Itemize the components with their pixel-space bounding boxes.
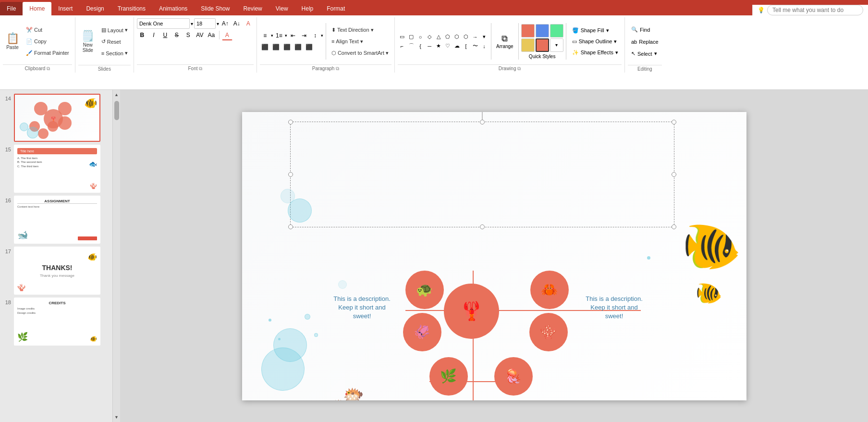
format-painter-button[interactable]: 🖌️ Format Painter <box>23 48 72 58</box>
reset-button[interactable]: ↺ Reset <box>98 37 131 47</box>
tab-home[interactable]: Home <box>23 2 51 15</box>
handle-bm[interactable] <box>480 224 485 229</box>
justify-button[interactable]: ⬛ <box>293 42 304 52</box>
node-jellyfish[interactable]: 🪼 <box>494 357 533 396</box>
tab-format[interactable]: Format <box>320 2 352 15</box>
layout-button[interactable]: ▤ Layout ▾ <box>98 25 131 36</box>
shape-heart[interactable]: ♡ <box>443 42 452 50</box>
slide-img-16[interactable]: ASSIGNMENT Content text here 🐋 <box>14 196 100 244</box>
node-coral[interactable]: 🪸 <box>529 313 568 351</box>
shape-star[interactable]: ★ <box>434 42 443 50</box>
handle-bl[interactable] <box>288 224 293 229</box>
slide-thumb-17[interactable]: 17 THANKS! Thank you message 🐠 🪸 <box>2 247 110 295</box>
select-button[interactable]: ↖ Select ▾ <box>628 49 662 59</box>
numbered-list-button[interactable]: 1≡ <box>274 30 284 41</box>
handle-tm[interactable] <box>480 120 485 124</box>
shape-octagon[interactable]: ⬡ <box>462 33 470 41</box>
slide-canvas[interactable]: 🐠 🐠 🐡 🐡 🐢 🦀 🦞 🦑 🪸 🌿 <box>242 112 746 400</box>
bullet-dropdown-icon[interactable]: ▾ <box>271 33 273 38</box>
qs-5[interactable] <box>536 38 549 52</box>
shape-rt[interactable]: ⌐ <box>398 42 406 50</box>
bullet-list-button[interactable]: ≡ <box>260 30 270 41</box>
font-name-dropdown-icon[interactable]: ▾ <box>191 21 193 26</box>
new-slide-button[interactable]: 🗒️ NewSlide <box>78 27 98 56</box>
tell-me-input[interactable] <box>767 5 863 15</box>
shape-down-arrow[interactable]: ↓ <box>480 42 489 50</box>
slide-panel-scrollbar[interactable]: ▲ ▼ <box>113 90 120 422</box>
clipboard-expand-icon[interactable]: ⧉ <box>47 66 50 71</box>
shape-rounded-rect[interactable]: ▢ <box>407 33 416 41</box>
qs-2[interactable] <box>536 24 549 37</box>
tab-file[interactable]: File <box>0 2 23 15</box>
node-seahorse[interactable]: 🦑 <box>403 313 441 351</box>
cut-button[interactable]: ✂️ Cut <box>23 25 72 35</box>
tab-slideshow[interactable]: Slide Show <box>194 2 236 15</box>
shape-effects-button[interactable]: ✨ Shape Effects ▾ <box>569 47 622 58</box>
qs-1[interactable] <box>521 24 535 37</box>
align-text-button[interactable]: ≡ Align Text ▾ <box>329 36 391 47</box>
shape-diamond[interactable]: ◇ <box>425 33 434 41</box>
drawing-expand-icon[interactable]: ⧉ <box>517 66 521 71</box>
para-expand-icon[interactable]: ⧉ <box>336 66 339 71</box>
shadow-button[interactable]: S <box>183 30 194 40</box>
tab-help[interactable]: Help <box>295 2 320 15</box>
shape-line[interactable]: ─ <box>425 42 434 50</box>
node-turtle[interactable]: 🐢 <box>405 271 444 309</box>
font-size-input[interactable] <box>194 18 216 29</box>
change-case-button[interactable]: Aa <box>206 30 217 40</box>
shape-hexagon[interactable]: ⬡ <box>452 33 461 41</box>
slide-img-18[interactable]: CREDITS Image credits Design credits 🌿 🐠 <box>14 298 100 346</box>
align-left-button[interactable]: ⬛ <box>260 42 270 52</box>
linespace-dropdown-icon[interactable]: ▾ <box>321 33 323 38</box>
tab-view[interactable]: View <box>269 2 295 15</box>
slide-thumb-15[interactable]: 15 Title here A. The first item B. The s… <box>2 145 110 193</box>
decrease-font-button[interactable]: A↓ <box>232 18 242 29</box>
handle-ml[interactable] <box>288 172 293 177</box>
tab-insert[interactable]: Insert <box>51 2 79 15</box>
tab-review[interactable]: Review <box>236 2 269 15</box>
section-button[interactable]: ≡ Section ▾ <box>98 48 131 59</box>
font-size-dropdown-icon[interactable]: ▾ <box>217 21 219 26</box>
char-spacing-button[interactable]: AV <box>195 30 205 40</box>
shape-circle[interactable]: ○ <box>416 33 425 41</box>
shape-bracket[interactable]: [ <box>462 42 470 50</box>
replace-button[interactable]: ab Replace <box>628 37 662 47</box>
slide-img-17[interactable]: THANKS! Thank you message 🐠 🪸 <box>14 247 100 295</box>
scroll-thumb[interactable] <box>114 101 119 120</box>
line-spacing-button[interactable]: ↕ <box>310 30 320 41</box>
shape-curve[interactable]: ⌒ <box>407 42 416 50</box>
qs-3[interactable] <box>550 24 563 37</box>
node-seaweed[interactable]: 🌿 <box>429 357 468 396</box>
shape-outline-button[interactable]: ▭ Shape Outline ▾ <box>569 36 622 47</box>
tab-animations[interactable]: Animations <box>152 2 194 15</box>
align-center-button[interactable]: ⬛ <box>271 42 281 52</box>
increase-font-button[interactable]: A↑ <box>220 18 231 29</box>
shape-triangle[interactable]: △ <box>434 33 443 41</box>
bold-button[interactable]: B <box>137 30 147 40</box>
paste-button[interactable]: 📋 Paste <box>3 27 22 56</box>
align-right-button[interactable]: ⬛ <box>282 42 293 52</box>
shape-fill-button[interactable]: 🪣 Shape Fill ▾ <box>569 25 622 36</box>
font-color-button[interactable]: A <box>222 30 232 40</box>
node-center[interactable]: 🦞 <box>444 284 499 339</box>
decrease-indent-button[interactable]: ⇤ <box>288 30 298 41</box>
handle-tl[interactable] <box>288 120 293 124</box>
increase-indent-button[interactable]: ⇥ <box>299 30 309 41</box>
columns-button[interactable]: ⬛ <box>304 42 315 52</box>
arrange-button[interactable]: ⧉ Arrange <box>494 31 516 51</box>
shape-more[interactable]: ▾ <box>480 33 489 41</box>
handle-mr[interactable] <box>672 172 676 177</box>
copy-button[interactable]: 📄 Copy <box>23 36 72 47</box>
node-crab[interactable]: 🦀 <box>530 271 569 309</box>
scroll-down-button[interactable]: ▼ <box>113 413 120 421</box>
tab-design[interactable]: Design <box>79 2 110 15</box>
numbered-dropdown-icon[interactable]: ▾ <box>285 33 287 38</box>
shape-arrow[interactable]: → <box>471 33 479 41</box>
qs-4[interactable] <box>521 38 535 52</box>
strikethrough-button[interactable]: S <box>171 30 182 40</box>
underline-button[interactable]: U <box>160 30 171 40</box>
shape-cloud[interactable]: ☁ <box>452 42 461 50</box>
slide-img-15[interactable]: Title here A. The first item B. The seco… <box>14 145 100 193</box>
font-expand-icon[interactable]: ⧉ <box>199 66 202 71</box>
slide-img-14[interactable]: 🦞 🐠 <box>14 94 100 142</box>
